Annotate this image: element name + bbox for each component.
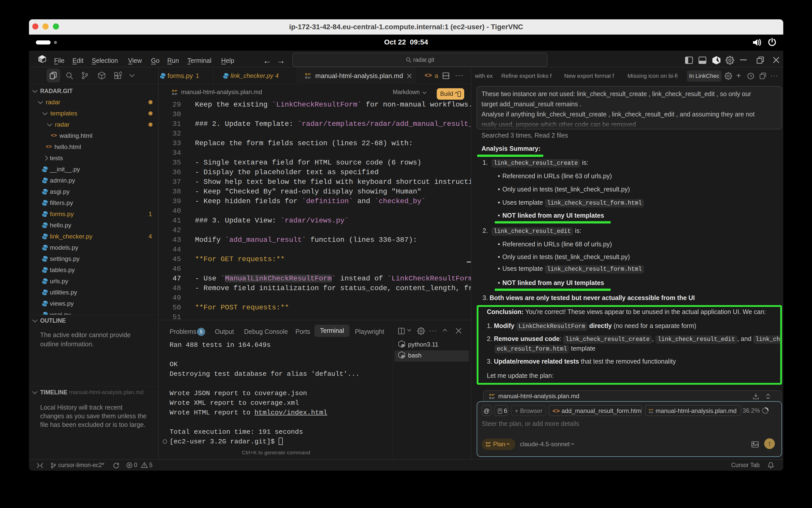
svg-text:$: $	[402, 355, 404, 358]
svg-text:$: $	[402, 344, 404, 347]
